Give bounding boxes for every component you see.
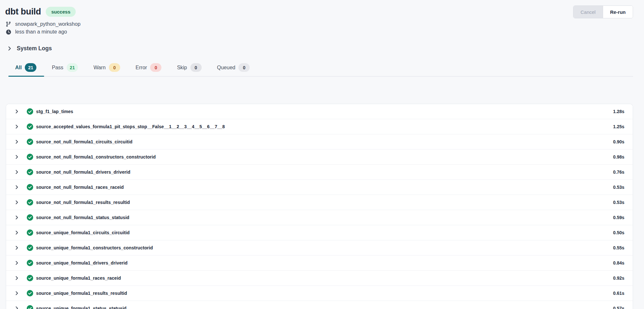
tab-label: Warn [93,65,106,71]
step-name: source_not_null_formula1_status_statusid [36,215,130,220]
step-duration: 0.98s [613,154,624,159]
success-check-icon [27,139,33,145]
run-meta: snowpark_python_workshop less than a min… [5,20,633,36]
results-list: stg_f1_lap_times 1.28s source_accepted_v… [6,104,633,309]
step-duration: 1.25s [613,124,624,129]
step-name: source_unique_formula1_drivers_driverid [36,260,128,266]
tab-label: All [15,65,22,71]
step-duration: 0.55s [613,245,624,250]
step-name: source_not_null_formula1_constructors_co… [36,154,156,159]
tab-pass[interactable]: Pass 21 [44,60,86,76]
success-check-icon [27,108,33,115]
tab-count-badge: 0 [150,63,161,72]
system-logs-toggle[interactable]: System Logs [5,45,54,52]
run-step-row[interactable]: source_unique_formula1_circuits_circuiti… [6,225,633,240]
step-duration: 0.50s [613,230,624,235]
step-name: source_not_null_formula1_races_raceid [36,185,124,190]
run-step-row[interactable]: source_not_null_formula1_drivers_driveri… [6,165,633,180]
step-duration: 0.92s [613,275,624,281]
step-duration: 0.84s [613,260,624,266]
step-name: source_not_null_formula1_results_resulti… [36,200,130,205]
tab-all[interactable]: All 21 [8,60,44,76]
tab-count-badge: 21 [67,63,78,72]
step-duration: 0.76s [613,169,624,175]
step-name: source_not_null_formula1_drivers_driveri… [36,169,130,175]
success-check-icon [27,229,33,236]
tabs-bar: All 21 Pass 21 Warn 0 Error 0 Skip 0 Que… [8,60,633,77]
expand-chevron-icon[interactable] [11,109,23,114]
tab-warn[interactable]: Warn 0 [86,60,128,76]
run-step-row[interactable]: source_not_null_formula1_results_resulti… [6,195,633,210]
run-step-row[interactable]: source_not_null_formula1_status_statusid… [6,210,633,225]
success-check-icon [27,260,33,266]
expand-chevron-icon[interactable] [11,215,23,220]
run-step-row[interactable]: source_unique_formula1_races_raceid 0.92… [6,271,633,286]
run-step-row[interactable]: source_not_null_formula1_races_raceid 0.… [6,180,633,195]
step-name: source_unique_formula1_circuits_circuiti… [36,230,130,235]
expand-chevron-icon[interactable] [11,200,23,205]
run-actions: Cancel Re-run [573,5,633,18]
time-row: less than a minute ago [5,28,633,36]
success-check-icon [27,275,33,281]
run-step-row[interactable]: source_unique_formula1_drivers_driverid … [6,256,633,271]
tab-label: Error [136,65,147,71]
title-row: dbt build success [5,5,633,19]
tab-count-badge: 0 [109,63,120,72]
tab-queued[interactable]: Queued 0 [209,60,258,76]
expand-chevron-icon[interactable] [11,140,23,144]
success-check-icon [27,305,33,309]
tab-skip[interactable]: Skip 0 [169,60,209,76]
step-duration: 0.53s [613,185,624,190]
step-duration: 0.59s [613,215,624,220]
clock-icon [5,29,12,35]
git-branch-icon [5,21,12,27]
tab-count-badge: 0 [190,63,202,72]
expand-chevron-icon[interactable] [11,170,23,174]
run-step-row[interactable]: source_accepted_values_formula1_pit_stop… [6,119,633,134]
branch-row: snowpark_python_workshop [5,20,633,28]
run-step-row[interactable]: source_unique_formula1_constructors_cons… [6,240,633,256]
run-step-row[interactable]: source_not_null_formula1_constructors_co… [6,150,633,165]
run-step-row[interactable]: stg_f1_lap_times 1.28s [6,104,633,119]
expand-chevron-icon[interactable] [11,291,23,295]
tab-count-badge: 21 [25,63,36,72]
step-duration: 0.61s [613,291,624,296]
expand-chevron-icon[interactable] [11,306,23,309]
run-step-row[interactable]: source_unique_formula1_results_resultid … [6,286,633,301]
expand-chevron-icon[interactable] [11,246,23,250]
step-name: stg_f1_lap_times [36,109,73,114]
step-name: source_not_null_formula1_circuits_circui… [36,139,132,144]
expand-chevron-icon[interactable] [11,276,23,280]
chevron-right-icon [7,46,12,51]
expand-chevron-icon[interactable] [11,185,23,189]
success-check-icon [27,245,33,251]
success-check-icon [27,214,33,221]
success-check-icon [27,154,33,160]
step-duration: 0.90s [613,139,624,144]
branch-name: snowpark_python_workshop [15,21,81,27]
expand-chevron-icon[interactable] [11,124,23,129]
page-title: dbt build [5,7,41,17]
success-check-icon [27,290,33,296]
rerun-button[interactable]: Re-run [603,6,633,18]
step-name: source_unique_formula1_constructors_cons… [36,245,153,250]
expand-chevron-icon[interactable] [11,261,23,265]
cancel-button[interactable]: Cancel [573,6,603,18]
run-header: dbt build success Cancel Re-run snowpark… [0,0,644,36]
step-duration: 1.28s [613,109,624,114]
expand-chevron-icon[interactable] [11,230,23,235]
step-name: source_unique_formula1_races_raceid [36,275,121,281]
run-step-row[interactable]: source_not_null_formula1_circuits_circui… [6,134,633,150]
tab-error[interactable]: Error 0 [128,60,169,76]
step-duration: 0.53s [613,200,624,205]
success-check-icon [27,169,33,175]
success-check-icon [27,184,33,190]
tab-label: Pass [52,65,63,71]
success-check-icon [27,123,33,130]
tab-label: Queued [217,65,235,71]
expand-chevron-icon[interactable] [11,155,23,159]
tab-label: Skip [177,65,187,71]
step-name: source_unique_formula1_results_resultid [36,291,127,296]
run-step-row[interactable]: source_unique_formula1_status_statusid 0… [6,301,633,309]
step-duration: 0.57s [613,306,624,309]
